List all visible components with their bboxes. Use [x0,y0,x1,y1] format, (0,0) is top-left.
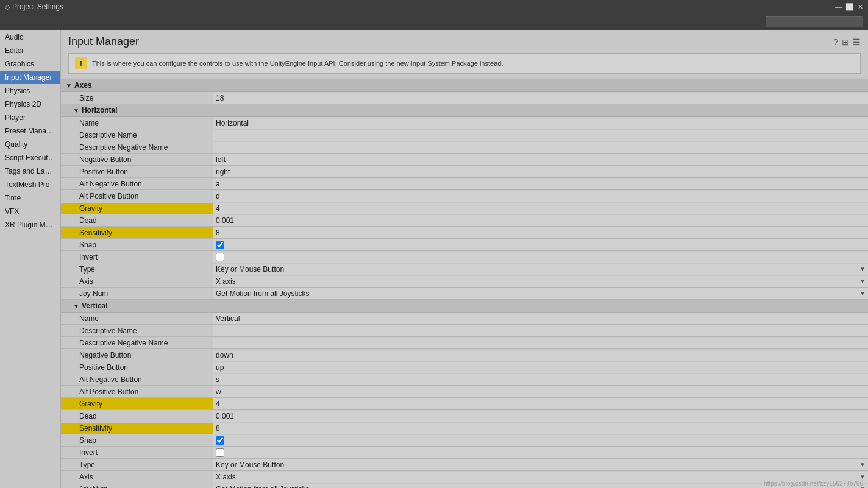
v-desc-value[interactable] [213,325,868,336]
h-name-input[interactable] [216,119,866,127]
v-dead-input[interactable] [216,412,866,420]
title-bar-close[interactable]: ✕ [858,3,863,11]
v-snap-checkbox[interactable] [216,436,224,445]
h-desc-input[interactable] [216,131,866,140]
h-sensitivity-input[interactable] [216,228,866,237]
v-sensitivity-input[interactable] [216,424,866,433]
h-gravity-input[interactable] [216,204,866,213]
v-snap-value[interactable] [213,435,868,446]
sidebar-item-vfx[interactable]: VFX [0,205,60,218]
v-sensitivity-label: Sensitivity [61,423,213,434]
sidebar-item-script-execution[interactable]: Script Execution [0,151,60,164]
v-axis-text: X axis [216,473,236,481]
sidebar-item-editor[interactable]: Editor [0,44,60,57]
sidebar-item-player[interactable]: Player [0,111,60,124]
v-pos-btn-value[interactable] [213,362,868,373]
h-axis-dropdown-arrow[interactable]: ▼ [859,278,866,285]
v-alt-neg-btn-label: Alt Negative Button [61,374,213,385]
h-gravity-value[interactable] [213,203,868,214]
content-header: Input Manager ? ⊞ ☰ [61,30,868,53]
h-snap-checkbox[interactable] [216,241,224,249]
v-axis-dropdown-arrow[interactable]: ▼ [859,473,866,480]
vertical-arrow: ▼ [73,303,79,309]
v-dead-label: Dead [61,411,213,422]
layout-icon[interactable]: ⊞ [842,37,849,47]
sidebar-item-xr-plugin[interactable]: XR Plugin Manager [0,218,60,232]
h-dead-value[interactable] [213,215,868,226]
h-invert-checkbox[interactable] [216,253,224,261]
v-invert-checkbox[interactable] [216,448,224,457]
v-desc-neg-input[interactable] [216,339,866,347]
sidebar-item-graphics[interactable]: Graphics [0,57,60,71]
h-pos-btn-input[interactable] [216,168,866,176]
size-value[interactable] [213,93,868,104]
h-axis-label: Axis [61,276,213,287]
v-neg-btn-input[interactable] [216,351,866,359]
h-joynum-value[interactable]: Get Motion from all Joysticks ▼ [213,288,868,299]
h-axis-value[interactable]: X axis ▼ [213,276,868,287]
h-type-value[interactable]: Key or Mouse Button ▼ [213,264,868,275]
sidebar-item-audio[interactable]: Audio [0,30,60,44]
h-neg-btn-input[interactable] [216,155,866,164]
sidebar-item-quality[interactable]: Quality [0,138,60,151]
title-bar-maximize[interactable]: ⬜ [845,3,854,11]
v-neg-btn-label: Negative Button [61,350,213,361]
v-dead-value[interactable] [213,411,868,422]
v-name-value[interactable] [213,313,868,324]
h-desc-value[interactable] [213,130,868,141]
axes-section-header[interactable]: ▼ Axes [61,79,868,92]
v-gravity-value[interactable] [213,398,868,409]
vertical-section-header[interactable]: ▼ Vertical [61,300,868,313]
menu-icon[interactable]: ☰ [853,37,861,47]
sidebar-item-time[interactable]: Time [0,191,60,205]
v-sensitivity-value[interactable] [213,423,868,434]
warning-text: This is where you can configure the cont… [92,60,503,67]
v-name-input[interactable] [216,314,866,323]
v-gravity-input[interactable] [216,400,866,408]
v-desc-input[interactable] [216,327,866,335]
h-type-dropdown-arrow[interactable]: ▼ [859,266,866,272]
h-alt-pos-btn-input[interactable] [216,192,866,200]
sidebar-item-textmesh[interactable]: TextMesh Pro [0,178,60,191]
h-dead-input[interactable] [216,216,866,225]
h-neg-btn-value[interactable] [213,154,868,165]
sidebar-item-input-manager[interactable]: Input Manager [0,71,60,84]
h-snap-value[interactable] [213,239,868,250]
panel-scroll[interactable]: ▼ Axes Size ▼ Horizontal [61,79,868,488]
h-sensitivity-value[interactable] [213,227,868,238]
v-invert-value[interactable] [213,447,868,458]
sidebar-item-tags-layers[interactable]: Tags and Layers [0,164,60,178]
sidebar-item-physics[interactable]: Physics [0,84,60,97]
vertical-label: Vertical [82,302,108,310]
h-pos-btn-value[interactable] [213,166,868,177]
h-alt-neg-btn-input[interactable] [216,180,866,188]
size-label: Size [61,93,213,104]
v-alt-pos-btn-value[interactable] [213,386,868,397]
v-neg-btn-value[interactable] [213,350,868,361]
title-bar-minimize[interactable]: — [835,3,842,10]
sidebar-item-physics2d[interactable]: Physics 2D [0,97,60,111]
h-alt-neg-btn-value[interactable] [213,179,868,189]
search-input[interactable] [766,16,863,27]
v-type-dropdown-arrow[interactable]: ▼ [859,461,866,468]
v-pos-btn-input[interactable] [216,363,866,372]
help-icon[interactable]: ? [833,37,838,47]
v-desc-neg-value[interactable] [213,338,868,348]
h-desc-neg-value[interactable] [213,142,868,153]
horizontal-section-header[interactable]: ▼ Horizontal [61,104,868,117]
h-alt-neg-btn-row: Alt Negative Button [61,178,868,190]
sidebar-item-preset-manager[interactable]: Preset Manager [0,124,60,138]
h-dead-row: Dead [61,214,868,227]
h-name-value[interactable] [213,118,868,129]
v-dead-row: Dead [61,410,868,422]
h-invert-value[interactable] [213,252,868,263]
v-alt-pos-btn-input[interactable] [216,387,866,396]
horizontal-label: Horizontal [82,106,118,115]
v-alt-neg-btn-value[interactable] [213,374,868,385]
h-alt-pos-btn-value[interactable] [213,191,868,202]
h-desc-neg-input[interactable] [216,143,866,152]
h-joynum-dropdown-arrow[interactable]: ▼ [859,290,866,297]
v-alt-neg-btn-input[interactable] [216,375,866,384]
size-input[interactable] [216,94,866,102]
v-type-value[interactable]: Key or Mouse Button ▼ [213,459,868,470]
